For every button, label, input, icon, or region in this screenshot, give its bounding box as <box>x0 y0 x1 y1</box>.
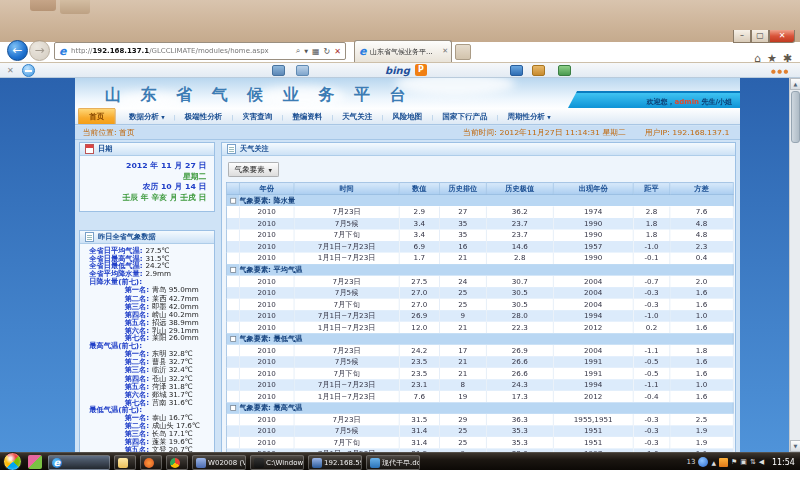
tray-display-icon[interactable]: ▣ <box>740 458 747 466</box>
gadget-icon[interactable] <box>28 455 42 469</box>
table-row[interactable]: 20107月下旬3.43523.719901.84.8 <box>226 229 733 241</box>
table-cell: 1991 <box>553 367 633 379</box>
table-row[interactable]: 20107月1日~7月23日6.91614.61957-1.02.3 <box>226 241 733 253</box>
browser-tab[interactable]: e 山东省气候业务平... ✕ <box>354 40 452 62</box>
table-row[interactable]: 20107月下旬23.52126.61991-0.51.6 <box>226 367 733 379</box>
taskbar-window-button[interactable]: 192.168.59.99... <box>308 455 362 470</box>
taskbar-window-button[interactable]: 现代干旱.docx ... <box>366 455 420 470</box>
mail-addon-icon[interactable] <box>296 65 309 76</box>
table-row[interactable]: 20101月1日~7月23日12.02122.320120.21.6 <box>226 321 733 333</box>
table-row[interactable]: 20107月23日31.52936.31955,1951-0.32.5 <box>226 413 733 425</box>
tray-alert-icon[interactable] <box>719 458 728 467</box>
addon-blocked-icon[interactable] <box>22 64 35 77</box>
taskbar-folder-button[interactable] <box>114 455 136 470</box>
bing-logo[interactable]: bing <box>385 65 410 76</box>
table-header-cell[interactable]: 方差 <box>670 182 733 194</box>
sogou-icon[interactable]: P <box>415 64 427 76</box>
table-cell: 7月5候 <box>294 218 399 230</box>
taskbar-chrome-button[interactable] <box>166 455 188 470</box>
table-row[interactable]: 20107月下旬31.42535.31951-0.31.9 <box>226 437 733 449</box>
window-icon <box>196 458 206 468</box>
addon-icon-blue[interactable] <box>510 65 523 76</box>
table-row[interactable]: 20107月5候3.43523.719901.84.8 <box>226 218 733 230</box>
taskbar-mediaplayer-button[interactable] <box>140 455 162 470</box>
compat-icon[interactable]: ▦ <box>312 47 320 56</box>
table-header-cell[interactable]: 年份 <box>239 182 294 194</box>
new-tab-button[interactable] <box>455 44 471 60</box>
addon-icon-green[interactable] <box>558 65 571 76</box>
breadcrumb-bar: 当前位置: 首页 当前时间: 2012年11月27日 11:14:31 星期二 … <box>75 126 740 140</box>
table-row[interactable]: 20107月下旬27.02530.52004-0.31.6 <box>226 298 733 310</box>
table-header-cell[interactable] <box>226 182 239 194</box>
table-group-row[interactable]: 气象要素: 平均气温 <box>226 264 733 276</box>
table-row[interactable]: 20107月5候27.02530.52004-0.31.6 <box>226 287 733 299</box>
rank-label: 第七名: <box>125 398 149 406</box>
back-button[interactable]: ← <box>7 40 28 61</box>
more-dots-icon[interactable]: ●●● <box>771 68 790 74</box>
window-icon <box>254 458 264 468</box>
close-toolbar-icon[interactable]: ✕ <box>7 66 14 75</box>
scroll-up-icon[interactable]: ▲ <box>790 78 800 90</box>
taskbar-ie-button[interactable]: e <box>48 455 110 470</box>
nav-item[interactable]: 数据分析▼ <box>120 111 174 122</box>
table-row[interactable]: 20107月1日~7月23日26.9928.01994-1.01.0 <box>226 310 733 322</box>
table-cell: 3.4 <box>399 229 439 241</box>
table-header-cell[interactable]: 出现年份 <box>553 182 633 194</box>
table-cell: 1.9 <box>670 425 733 437</box>
rank-row: 第七名:莒南 31.6℃ <box>80 398 215 406</box>
table-row[interactable]: 20107月23日24.21726.92004-1.11.8 <box>226 344 733 356</box>
element-dropdown-button[interactable]: 气象要素▼ <box>228 162 279 177</box>
nav-item[interactable]: 灾害查询 <box>233 111 281 122</box>
address-input[interactable]: e http://192.168.137.1/GLCCLIMATE/module… <box>54 42 346 60</box>
taskbar-window-button[interactable]: C:\Windows\s... <box>250 455 304 470</box>
table-row[interactable]: 20107月23日2.92736.219742.87.6 <box>226 206 733 218</box>
table-row[interactable]: 20107月23日27.52430.72004-0.72.0 <box>226 275 733 287</box>
scrollbar-thumb[interactable] <box>791 91 800 143</box>
tab-close-icon[interactable]: ✕ <box>442 47 448 55</box>
table-row[interactable]: 20107月5候31.42535.31951-0.31.9 <box>226 425 733 437</box>
camera-addon-icon[interactable] <box>272 65 285 76</box>
tray-network-icon[interactable]: ⇅ <box>750 458 756 466</box>
nav-item[interactable]: 整编资料 <box>283 111 331 122</box>
window-titlebar <box>0 0 800 42</box>
group-checkbox[interactable] <box>230 267 236 273</box>
group-title: 气象要素: 降水量 <box>239 195 733 207</box>
stop-icon[interactable]: ✕ <box>334 47 341 56</box>
table-header-cell[interactable]: 距平 <box>633 182 670 194</box>
table-cell: 7月下旬 <box>294 229 399 241</box>
nav-item[interactable]: 风险地图 <box>383 111 431 122</box>
dropdown-icon[interactable]: ▼ <box>304 48 308 54</box>
nav-item[interactable]: 首页 <box>78 108 116 125</box>
nav-item[interactable]: 天气关注 <box>333 111 381 122</box>
table-row[interactable]: 20101月1日~7月23日1.7212.81990-0.10.4 <box>226 252 733 264</box>
refresh-icon[interactable]: ↻ <box>324 47 331 56</box>
group-checkbox[interactable] <box>230 405 236 411</box>
nav-item[interactable]: 极端性分析 <box>176 111 232 122</box>
search-icon[interactable]: ⌕ <box>296 46 300 56</box>
page-scrollbar[interactable]: ▲ ▼ <box>789 78 800 452</box>
table-row[interactable]: 20101月1日~7月23日7.61917.32012-0.41.6 <box>226 390 733 402</box>
tray-flag-icon[interactable]: ⚑ <box>731 458 737 466</box>
table-header-cell[interactable]: 历史排位 <box>439 182 486 194</box>
tray-globe-icon[interactable] <box>698 457 708 467</box>
tray-arrow-icon[interactable]: ▲ <box>711 459 716 466</box>
table-row[interactable]: 20107月5候23.52126.61991-0.51.6 <box>226 356 733 368</box>
scroll-down-icon[interactable]: ▼ <box>790 440 800 452</box>
table-header-cell[interactable]: 数值 <box>399 182 439 194</box>
forward-button[interactable]: → <box>29 40 50 61</box>
nav-item[interactable]: 国家下行产品 <box>433 111 496 122</box>
table-group-row[interactable]: 气象要素: 降水量 <box>226 195 733 207</box>
group-checkbox[interactable] <box>230 336 236 342</box>
table-group-row[interactable]: 气象要素: 最高气温 <box>226 402 733 414</box>
table-row[interactable]: 20107月1日~7月23日23.1824.31994-1.11.0 <box>226 379 733 391</box>
table-header-cell[interactable]: 历史极值 <box>486 182 553 194</box>
tray-volume-icon[interactable]: ◀ <box>759 458 764 466</box>
group-checkbox[interactable] <box>230 198 236 204</box>
table-group-row[interactable]: 气象要素: 最低气温 <box>226 333 733 345</box>
addon-icon-orange[interactable] <box>532 65 545 76</box>
taskbar-window-button[interactable]: W02008 (VS2... <box>192 455 246 470</box>
nav-item[interactable]: 周期性分析▼ <box>498 111 559 122</box>
table-cell: 27.0 <box>399 298 439 310</box>
start-button[interactable] <box>3 452 22 470</box>
table-header-cell[interactable]: 时间 <box>294 182 399 194</box>
